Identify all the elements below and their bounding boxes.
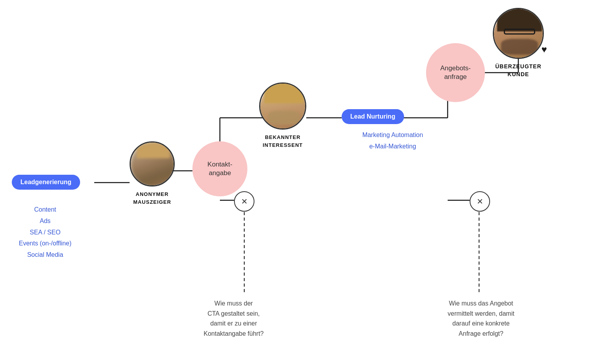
leadgen-sub-social: Social Media bbox=[4, 249, 86, 261]
bekannter-node: BEKANNTER INTERESSENT bbox=[259, 82, 306, 149]
angebots-label: Angebots- anfrage bbox=[440, 64, 471, 81]
lead-nurturing-pill: Lead Nurturing bbox=[342, 109, 404, 124]
leadgen-pill: Leadgenerierung bbox=[12, 175, 80, 190]
kontakt-circle: Kontakt- angabe bbox=[192, 141, 247, 196]
kontakt-label: Kontakt- angabe bbox=[207, 160, 232, 177]
email-marketing-label: e-Mail-Marketing bbox=[342, 141, 444, 152]
anonymous-label: ANONYMER MAUSZEIGER bbox=[133, 190, 171, 206]
diagram: Leadgenerierung Content Ads SEA / SEO Ev… bbox=[0, 0, 589, 364]
leadgen-node: Leadgenerierung bbox=[12, 175, 80, 190]
customer-label: ÜBERZEUGTER KUNDE bbox=[495, 63, 541, 78]
bekannter-label: BEKANNTER INTERESSENT bbox=[263, 134, 303, 149]
kontakt-node: Kontakt- angabe bbox=[192, 141, 247, 196]
customer-node: ♥ ÜBERZEUGTER KUNDE bbox=[493, 8, 544, 78]
leadgen-sub-events: Events (on-/offline) bbox=[4, 238, 86, 249]
marketing-labels-node: Marketing Automation e-Mail-Marketing bbox=[342, 130, 444, 152]
leadgen-sub-content: Content bbox=[4, 204, 86, 216]
question1-text: Wie muss der CTA gestaltet sein, damit e… bbox=[203, 298, 263, 338]
question2-text: Wie muss das Angebot vermittelt werden, … bbox=[448, 298, 514, 338]
angebots-circle: Angebots- anfrage bbox=[426, 43, 485, 102]
marketing-automation-label: Marketing Automation bbox=[342, 130, 444, 141]
anonymous-node: ANONYMER MAUSZEIGER bbox=[130, 141, 175, 206]
question1-node: Wie muss der CTA gestaltet sein, damit e… bbox=[188, 298, 279, 338]
question2-node: Wie muss das Angebot vermittelt werden, … bbox=[432, 298, 530, 338]
kontakt-x-circle: ✕ bbox=[234, 191, 254, 212]
lead-nurturing-node: Lead Nurturing bbox=[342, 109, 404, 124]
leadgen-sublabels: Content Ads SEA / SEO Events (on-/offlin… bbox=[4, 204, 86, 261]
leadgen-sub-ads: Ads bbox=[4, 216, 86, 227]
angebots-node: Angebots- anfrage bbox=[426, 43, 485, 102]
heart-icon: ♥ bbox=[541, 44, 547, 55]
angebots-x-circle: ✕ bbox=[470, 191, 490, 212]
leadgen-sub-sea: SEA / SEO bbox=[4, 227, 86, 238]
